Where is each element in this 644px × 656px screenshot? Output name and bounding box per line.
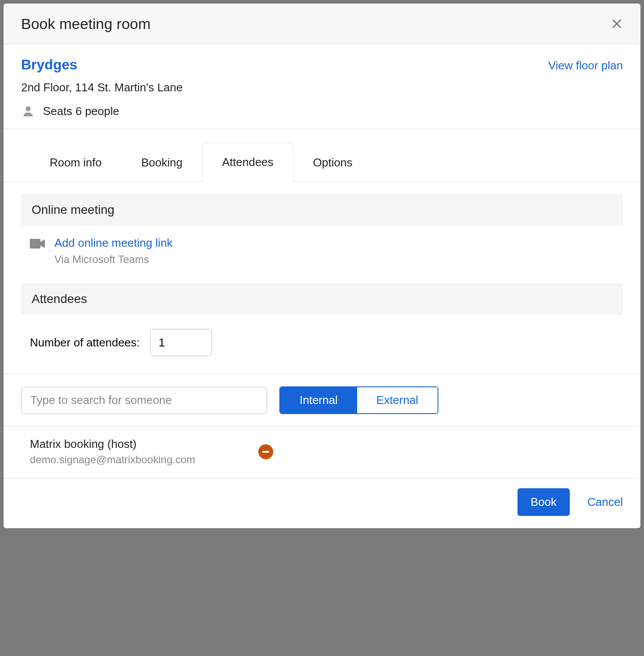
attendee-list-item: Matrix booking (host) demo.signage@matri… bbox=[4, 427, 640, 479]
tab-options[interactable]: Options bbox=[293, 143, 373, 182]
svg-rect-3 bbox=[30, 239, 40, 249]
minus-icon bbox=[262, 451, 269, 453]
attendee-info: Matrix booking (host) demo.signage@matri… bbox=[30, 437, 241, 466]
tab-attendees[interactable]: Attendees bbox=[202, 143, 293, 182]
attendees-count-input[interactable] bbox=[150, 329, 212, 356]
attendee-search-input[interactable] bbox=[21, 387, 267, 414]
room-name-link[interactable]: Brydges bbox=[21, 57, 77, 73]
online-meeting-via-text: Via Microsoft Teams bbox=[54, 253, 173, 266]
remove-attendee-button[interactable] bbox=[258, 444, 273, 459]
dialog-footer: Book Cancel bbox=[4, 479, 640, 528]
dialog-header: Book meeting room bbox=[4, 4, 640, 44]
close-button[interactable] bbox=[607, 14, 626, 33]
svg-rect-4 bbox=[262, 451, 269, 453]
dialog-title: Book meeting room bbox=[21, 15, 151, 32]
room-location: 2nd Floor, 114 St. Martin's Lane bbox=[21, 81, 623, 94]
tab-content: Online meeting Add online meeting link V… bbox=[4, 182, 640, 374]
online-meeting-body: Add online meeting link Via Microsoft Te… bbox=[21, 226, 623, 283]
attendee-type-segmented: Internal External bbox=[279, 386, 438, 414]
room-summary: Brydges View floor plan 2nd Floor, 114 S… bbox=[4, 44, 640, 129]
book-button[interactable]: Book bbox=[517, 488, 570, 516]
tab-bar: Room info Booking Attendees Options bbox=[4, 142, 640, 182]
svg-point-2 bbox=[25, 106, 30, 111]
attendees-count-row: Number of attendees: bbox=[21, 315, 623, 374]
cancel-button[interactable]: Cancel bbox=[587, 495, 623, 509]
attendee-name: Matrix booking (host) bbox=[30, 437, 241, 451]
book-meeting-dialog: Book meeting room Brydges View floor pla… bbox=[4, 4, 640, 528]
tab-room-info[interactable]: Room info bbox=[30, 143, 122, 182]
room-capacity-text: Seats 6 people bbox=[43, 105, 119, 118]
room-capacity: Seats 6 people bbox=[21, 104, 623, 118]
attendees-count-label: Number of attendees: bbox=[30, 336, 140, 350]
attendee-email: demo.signage@matrixbooking.com bbox=[30, 454, 241, 466]
view-floor-plan-link[interactable]: View floor plan bbox=[548, 59, 623, 72]
tab-booking[interactable]: Booking bbox=[122, 143, 203, 182]
add-online-meeting-link[interactable]: Add online meeting link bbox=[54, 236, 173, 250]
video-camera-icon bbox=[30, 238, 45, 249]
section-attendees-header: Attendees bbox=[21, 283, 623, 315]
person-icon bbox=[21, 104, 35, 118]
segment-internal-button[interactable]: Internal bbox=[280, 387, 357, 413]
close-icon bbox=[611, 18, 623, 30]
segment-external-button[interactable]: External bbox=[357, 387, 438, 413]
section-online-meeting-header: Online meeting bbox=[21, 194, 623, 226]
attendee-search-row: Internal External bbox=[4, 374, 640, 427]
